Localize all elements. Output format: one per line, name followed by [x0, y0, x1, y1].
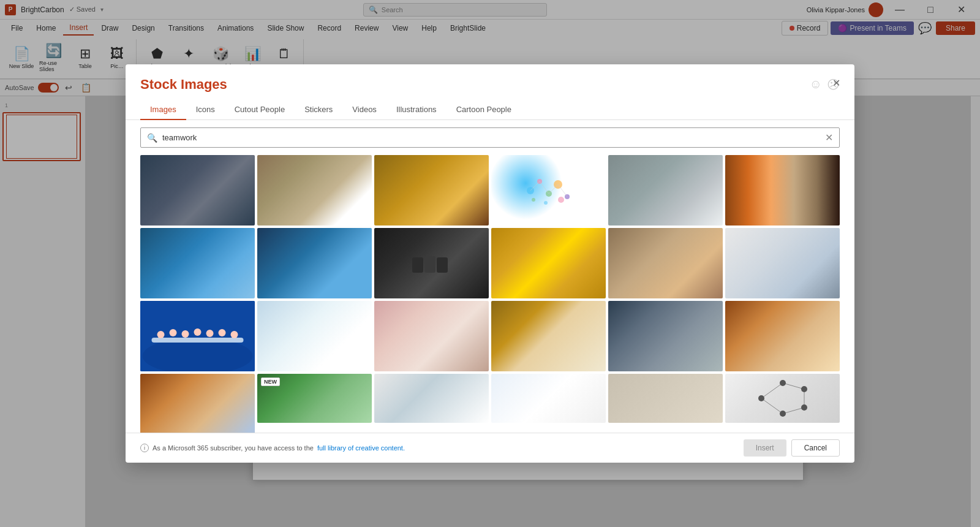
svg-point-34	[801, 404, 807, 411]
image-item-4[interactable]	[491, 155, 606, 226]
dialog-tab-cutout-people[interactable]: Cutout People	[225, 100, 295, 120]
dialog-tab-images[interactable]: Images	[140, 100, 186, 120]
dialog-tab-cartoon-people[interactable]: Cartoon People	[447, 100, 521, 120]
image-item-9[interactable]	[374, 228, 489, 298]
image-item-13[interactable]	[140, 301, 255, 371]
cancel-button[interactable]: Cancel	[791, 439, 840, 457]
images-grid: NEW	[140, 155, 840, 433]
image-item-10[interactable]	[491, 228, 606, 298]
footer-text: As a Microsoft 365 subscriber, you have …	[153, 444, 314, 452]
modal-overlay: ✕ Stock Images ☺ ☹ Images Icons Cutout P…	[0, 0, 980, 527]
new-badge: NEW	[261, 377, 280, 386]
svg-line-25	[761, 383, 783, 398]
network-svg	[755, 377, 810, 420]
image-item-3[interactable]	[374, 155, 489, 226]
dialog-tab-videos[interactable]: Videos	[342, 100, 386, 120]
dialog-search-area: 🔍 ✕	[126, 120, 854, 155]
image-item-18[interactable]	[725, 301, 840, 371]
search-clear-button[interactable]: ✕	[825, 132, 833, 143]
image-item-8[interactable]	[257, 228, 372, 298]
search-icon: 🔍	[147, 133, 157, 143]
dialog-title: Stock Images	[140, 77, 227, 93]
dialog-tab-illustrations[interactable]: Illustrations	[386, 100, 447, 120]
svg-point-33	[801, 386, 807, 392]
svg-line-27	[783, 383, 804, 389]
dialog-footer: i As a Microsoft 365 subscriber, you hav…	[126, 433, 854, 463]
svg-line-9	[540, 181, 549, 194]
image-item-5[interactable]	[608, 155, 723, 226]
image-item-16[interactable]	[491, 301, 606, 371]
image-item-20[interactable]: NEW	[257, 374, 372, 423]
dots-svg	[518, 166, 579, 215]
footer-link[interactable]: full library of creative content.	[317, 444, 405, 452]
svg-point-24	[231, 331, 238, 338]
info-icon: i	[140, 444, 149, 452]
svg-point-21	[194, 328, 202, 336]
image-item-7[interactable]	[140, 228, 255, 298]
image-item-23[interactable]	[608, 374, 723, 423]
stock-images-dialog: ✕ Stock Images ☺ ☹ Images Icons Cutout P…	[126, 64, 854, 463]
svg-point-20	[182, 330, 189, 338]
svg-point-19	[170, 329, 177, 336]
image-item-22[interactable]	[491, 374, 606, 423]
image-item-11[interactable]	[608, 228, 723, 298]
image-item-17[interactable]	[608, 301, 723, 371]
dialog-tabs: Images Icons Cutout People Stickers Vide…	[126, 93, 854, 120]
svg-line-26	[761, 398, 783, 414]
svg-line-8	[530, 181, 540, 191]
search-input-wrap: 🔍 ✕	[140, 127, 840, 148]
image-item-15[interactable]	[374, 301, 489, 371]
svg-rect-13	[424, 256, 435, 273]
dialog-close-button[interactable]: ✕	[827, 74, 845, 91]
footer-info: i As a Microsoft 365 subscriber, you hav…	[140, 444, 405, 452]
image-item-6[interactable]	[725, 155, 840, 226]
image-item-2[interactable]	[257, 155, 372, 226]
svg-point-30	[758, 395, 764, 401]
svg-point-7	[532, 198, 535, 202]
search-input[interactable]	[162, 133, 820, 142]
dialog-header: Stock Images ☺ ☹	[126, 64, 854, 93]
svg-rect-17	[152, 338, 244, 343]
like-icon[interactable]: ☺	[810, 77, 822, 92]
svg-point-31	[780, 380, 786, 386]
rowing-svg	[140, 301, 255, 371]
image-item-12[interactable]	[725, 228, 840, 298]
svg-point-18	[157, 331, 165, 338]
fists-svg	[407, 239, 456, 288]
image-item-14[interactable]	[257, 301, 372, 371]
image-item-24[interactable]	[725, 374, 840, 423]
svg-line-11	[558, 184, 567, 197]
svg-rect-14	[437, 257, 448, 273]
dialog-images-area[interactable]: NEW	[126, 155, 854, 433]
image-item-19[interactable]	[140, 374, 255, 433]
dialog-tab-stickers[interactable]: Stickers	[295, 100, 342, 120]
image-item-1[interactable]	[140, 155, 255, 226]
insert-button[interactable]: Insert	[744, 439, 786, 457]
dialog-tab-icons[interactable]: Icons	[186, 100, 225, 120]
svg-point-5	[544, 201, 548, 205]
image-item-21[interactable]	[374, 374, 489, 423]
svg-point-22	[206, 330, 214, 337]
svg-line-28	[783, 408, 804, 414]
svg-point-6	[558, 197, 564, 203]
svg-point-23	[219, 329, 226, 336]
svg-rect-12	[412, 257, 423, 273]
svg-line-10	[549, 184, 558, 194]
footer-buttons: Insert Cancel	[744, 439, 840, 457]
svg-point-32	[780, 411, 786, 417]
